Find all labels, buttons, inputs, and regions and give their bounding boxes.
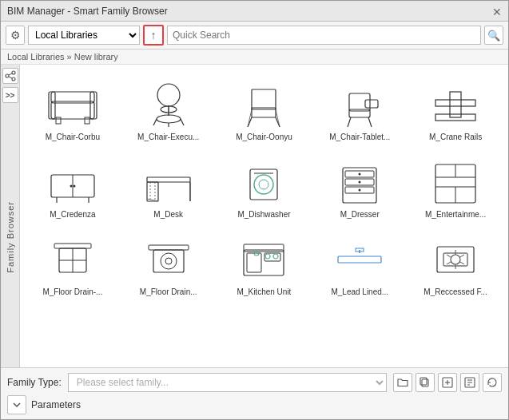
chevron-down-icon	[11, 399, 22, 410]
item-label: M_Dresser	[340, 210, 380, 219]
item-label: M_Lead Lined...	[331, 287, 388, 296]
svg-point-0	[12, 71, 15, 74]
items-grid: M_Chair-Corbu	[26, 71, 502, 300]
item-label: M_Chair-Corbu	[46, 133, 100, 141]
list-item[interactable]: M_Credenza	[26, 149, 119, 223]
svg-point-1	[6, 74, 9, 77]
svg-rect-67	[149, 245, 189, 250]
list-item[interactable]: M_Lead Lined...	[313, 226, 406, 300]
svg-rect-30	[450, 92, 461, 117]
svg-point-54	[359, 188, 361, 191]
item-label: M_Chair-Oonyu	[236, 133, 292, 141]
item-label: M_Credenza	[50, 210, 95, 219]
list-item[interactable]: M_Chair-Tablet...	[313, 71, 406, 145]
svg-line-15	[153, 119, 157, 125]
copy-icon	[420, 377, 431, 388]
item-label: M_Crane Rails	[429, 133, 482, 141]
item-label: M_Floor Drain-...	[42, 287, 102, 296]
list-item[interactable]: M_Reccessed F...	[409, 226, 502, 300]
svg-rect-18	[252, 89, 276, 109]
svg-point-34	[70, 184, 72, 187]
close-button[interactable]: ✕	[492, 6, 502, 16]
item-thumbnail	[328, 75, 392, 131]
svg-line-85	[447, 262, 451, 264]
svg-line-17	[181, 119, 184, 125]
list-item[interactable]: M_Entertainme...	[409, 149, 502, 223]
window-title: BIM Manager - Smart Family Browser	[7, 6, 168, 17]
item-label: M_Desk	[153, 210, 183, 219]
item-thumbnail	[137, 75, 201, 131]
list-item[interactable]: M_Chair-Execu...	[122, 71, 215, 145]
bottom-bar: Family Type: Please select family...	[1, 367, 508, 419]
item-thumbnail	[41, 230, 105, 286]
share-icon	[5, 70, 16, 81]
item-label: M_Kitchen Unit	[237, 287, 292, 296]
library-select[interactable]: Local Libraries	[28, 26, 140, 45]
item-label: M_Dishwasher	[237, 210, 290, 219]
item-thumbnail	[424, 230, 487, 286]
up-button[interactable]: ↑	[143, 25, 164, 46]
svg-rect-39	[147, 182, 158, 201]
search-icon: 🔍	[487, 30, 500, 42]
list-item[interactable]: M_Chair-Corbu	[26, 71, 119, 145]
svg-line-82	[460, 255, 464, 257]
svg-line-4	[9, 77, 12, 78]
list-item[interactable]: M_Chair-Oonyu	[218, 71, 311, 145]
family-type-select[interactable]: Please select family...	[68, 373, 387, 392]
list-item[interactable]: M_Desk	[122, 149, 215, 223]
item-label: M_Chair-Execu...	[137, 133, 199, 141]
svg-point-35	[73, 184, 75, 187]
share-tab-button[interactable]	[2, 68, 18, 84]
item-thumbnail	[232, 153, 296, 208]
svg-line-83	[460, 262, 464, 264]
svg-rect-26	[365, 100, 378, 108]
list-item[interactable]: M_Dresser	[313, 149, 406, 223]
refresh-icon	[487, 377, 498, 388]
list-item[interactable]: M_Crane Rails	[409, 71, 502, 145]
item-label: M_Chair-Tablet...	[329, 133, 390, 141]
svg-point-53	[359, 180, 361, 183]
svg-point-2	[12, 77, 15, 81]
item-label: M_Floor Drain...	[140, 287, 197, 296]
collapse-params-button[interactable]	[7, 395, 26, 414]
action-buttons	[393, 373, 502, 392]
content-area[interactable]: M_Chair-Corbu	[20, 65, 508, 367]
svg-point-45	[254, 175, 273, 194]
expand-side-button[interactable]: >>	[2, 87, 18, 103]
svg-rect-75	[338, 256, 381, 263]
properties-icon	[464, 377, 475, 388]
list-item[interactable]: M_Kitchen Unit	[218, 226, 311, 300]
svg-point-11	[157, 84, 180, 106]
svg-point-46	[259, 180, 268, 189]
svg-rect-63	[54, 244, 91, 248]
main-area: >> Family Browser	[1, 65, 508, 367]
title-bar-left: BIM Manager - Smart Family Browser	[7, 6, 168, 17]
item-thumbnail	[137, 153, 201, 208]
svg-rect-9	[56, 117, 61, 124]
item-thumbnail	[41, 153, 105, 208]
list-item[interactable]: M_Floor Drain...	[122, 226, 215, 300]
svg-rect-24	[349, 93, 370, 111]
svg-rect-69	[244, 244, 284, 252]
search-button[interactable]: 🔍	[484, 26, 503, 45]
item-thumbnail	[328, 153, 392, 208]
expand-icon: >>	[6, 91, 15, 100]
search-input[interactable]	[167, 26, 481, 45]
settings-button[interactable]: ⚙	[6, 26, 25, 45]
params-row: Parameters	[7, 395, 502, 414]
svg-line-3	[9, 73, 12, 75]
folder-open-button[interactable]	[393, 373, 412, 392]
svg-rect-87	[422, 379, 428, 386]
load-button[interactable]	[438, 373, 457, 392]
item-thumbnail	[328, 230, 392, 286]
svg-point-66	[165, 258, 172, 264]
list-item[interactable]: M_Dishwasher	[218, 149, 311, 223]
refresh-button[interactable]	[483, 373, 502, 392]
copy-button[interactable]	[416, 373, 435, 392]
svg-line-28	[368, 117, 372, 127]
svg-line-27	[348, 117, 351, 127]
item-thumbnail	[424, 75, 487, 131]
list-item[interactable]: M_Floor Drain-...	[26, 226, 119, 300]
svg-point-14	[157, 115, 181, 123]
properties-button[interactable]	[460, 373, 479, 392]
